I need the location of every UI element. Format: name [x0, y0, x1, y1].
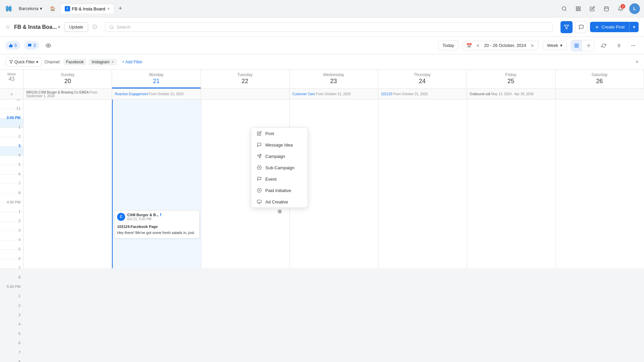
campaign-icon — [257, 154, 262, 159]
time-grid[interactable]: AM12 1 2 3 4 5 6 7 8 9 10 11 3:00 PM 1 2… — [0, 100, 644, 362]
favorite-star-icon[interactable]: ☆ — [5, 24, 10, 30]
campaign-cell-fri[interactable]: Outbound call May 13, 2024 - Apr 30, 203… — [467, 89, 555, 99]
filter-small-icon — [9, 60, 13, 64]
edit-button[interactable] — [587, 3, 598, 14]
tab-bar: f FB & Insta Board × + — [60, 4, 556, 13]
monday-post-card[interactable]: C CXM Burger & B... f Oct 21, 5:00 PM 10… — [114, 210, 200, 239]
post-id: 102124-Facebook Page — [117, 224, 197, 229]
day-col-fri[interactable] — [467, 100, 556, 268]
menu-item-campaign[interactable]: Campaign — [251, 150, 308, 162]
svg-point-26 — [633, 45, 634, 46]
chat-icon — [28, 43, 32, 48]
channel-facebook-tag[interactable]: Facebook — [63, 59, 87, 65]
svg-rect-5 — [604, 7, 608, 11]
day-header-mon: Monday 21 — [112, 70, 201, 88]
campaign-cell-wed[interactable]: Customer Care From October 21, 2020 — [289, 89, 378, 99]
eye-button[interactable] — [43, 40, 54, 51]
tab-close-button[interactable]: × — [107, 6, 110, 11]
svg-marker-10 — [565, 25, 569, 29]
workspace-selector[interactable]: Barcelona ▾ — [16, 5, 45, 12]
svg-point-13 — [48, 45, 49, 46]
more-options-button[interactable] — [628, 40, 639, 51]
settings-view-button[interactable] — [583, 40, 594, 51]
quick-filter-button[interactable]: Quick Filter ▾ — [5, 58, 42, 66]
list-button[interactable] — [613, 40, 624, 51]
week-number-cell: Week 43 — [0, 70, 23, 88]
today-button[interactable]: Today — [438, 41, 459, 50]
day-col-thu[interactable]: Instagram Post CXM Burger & Bre... — [379, 100, 467, 268]
time-labels: AM12 1 2 3 4 5 6 7 8 9 10 11 3:00 PM 1 2… — [0, 100, 23, 268]
likes-count: 5 — [14, 43, 17, 48]
menu-item-paid-initiative[interactable]: Paid Initiative — [251, 185, 308, 196]
header-right: Create Post ▾ — [560, 21, 639, 33]
svg-point-0 — [562, 7, 566, 10]
plus-icon — [595, 25, 599, 29]
app-header: ☆ FB & Insta Boa... ▾ Update ⓘ Search Cr… — [0, 17, 644, 37]
tab-icon: f — [65, 6, 70, 11]
svg-rect-4 — [579, 9, 580, 11]
create-post-arrow-button[interactable]: ▾ — [629, 22, 639, 32]
svg-rect-1 — [576, 7, 578, 8]
eye-icon — [46, 43, 51, 48]
board-title[interactable]: FB & Insta Boa... ▾ — [14, 24, 60, 30]
campaign-cell-sun[interactable]: 090120-CXM Burger & Brewing Co EMEA From… — [23, 89, 112, 99]
campaign-cell-thu[interactable]: 102120 From October 21, 2020 — [378, 89, 467, 99]
week-selector[interactable]: Week ▾ — [543, 41, 567, 50]
day-header-sat: Saturday 26 — [555, 70, 644, 88]
header-search[interactable]: Search — [105, 22, 552, 32]
remove-instagram-button[interactable]: × — [112, 60, 114, 64]
date-navigation: 📅 < 20 - 26 October, 2024 > — [463, 41, 539, 50]
next-date-button[interactable]: > — [530, 43, 535, 48]
chevron-down-icon: ▾ — [36, 60, 38, 64]
grid-view-button[interactable] — [571, 40, 582, 51]
filter-button[interactable] — [560, 21, 573, 33]
active-tab[interactable]: f FB & Insta Board × — [60, 4, 114, 13]
info-icon[interactable]: ⓘ — [92, 24, 97, 30]
channel-instagram-tag[interactable]: Instagram × — [89, 59, 116, 65]
refresh-button[interactable] — [598, 40, 609, 51]
comment-button[interactable] — [575, 21, 587, 33]
new-tab-button[interactable]: + — [116, 4, 125, 13]
post-avatar: C — [117, 213, 125, 221]
campaign-cell-mon[interactable]: Reactive Engagement From October 21, 202… — [112, 89, 201, 99]
menu-item-event[interactable]: Event — [251, 173, 308, 185]
grid-view-button[interactable] — [573, 3, 584, 14]
menu-item-post[interactable]: Post — [251, 128, 308, 139]
post-icon — [257, 131, 262, 136]
app-logo — [4, 4, 13, 13]
day-col-sun[interactable] — [23, 100, 112, 268]
likes-badge[interactable]: 5 — [5, 41, 20, 50]
svg-rect-14 — [575, 44, 576, 45]
add-filter-button[interactable]: + Add Filter — [119, 58, 145, 66]
menu-item-message-idea[interactable]: Message Idea — [251, 139, 308, 150]
create-post-button[interactable]: Create Post ▾ — [590, 22, 639, 32]
update-button[interactable]: Update — [64, 22, 88, 32]
day-header-tue: Tuesday 22 — [201, 70, 289, 88]
view-icons — [571, 40, 594, 51]
browser-actions: 4 L — [559, 3, 640, 14]
search-icon — [109, 25, 114, 29]
comments-badge[interactable]: 3 — [24, 41, 39, 50]
chevron-down-icon: ▾ — [633, 24, 635, 29]
dots-icon — [631, 43, 636, 48]
day-header-fri: Friday 25 — [467, 70, 555, 88]
day-columns: C CXM Burger & B... f Oct 21, 5:00 PM 10… — [23, 100, 644, 268]
menu-item-sub-campaign[interactable]: Sub-Campaign — [251, 162, 308, 173]
filter-close-button[interactable]: × — [636, 59, 639, 65]
menu-item-ad-creative[interactable]: Ad Creative — [251, 196, 308, 207]
post-brand-name: CXM Burger & B... f — [127, 213, 197, 217]
dropdown-menu: Post Message Idea Campaign Sub-Campaign … — [251, 127, 308, 208]
notification-button[interactable]: 4 — [615, 3, 626, 14]
day-header-thu: Thursday 24 — [378, 70, 467, 88]
day-headers: Week 43 Sunday 20 Monday 21 Tuesday 22 W… — [0, 70, 644, 89]
prev-date-button[interactable]: < — [475, 43, 481, 48]
calendar-button[interactable] — [601, 3, 612, 14]
campaign-cell-tue[interactable] — [201, 89, 289, 99]
home-button[interactable]: 🏠 — [48, 4, 58, 14]
user-avatar[interactable]: L — [629, 3, 640, 14]
day-col-sat[interactable] — [556, 100, 644, 268]
week-label: Week — [7, 72, 16, 76]
day-col-mon[interactable]: C CXM Burger & B... f Oct 21, 5:00 PM 10… — [112, 100, 201, 268]
message-idea-icon — [257, 142, 262, 147]
search-button[interactable] — [559, 3, 570, 14]
